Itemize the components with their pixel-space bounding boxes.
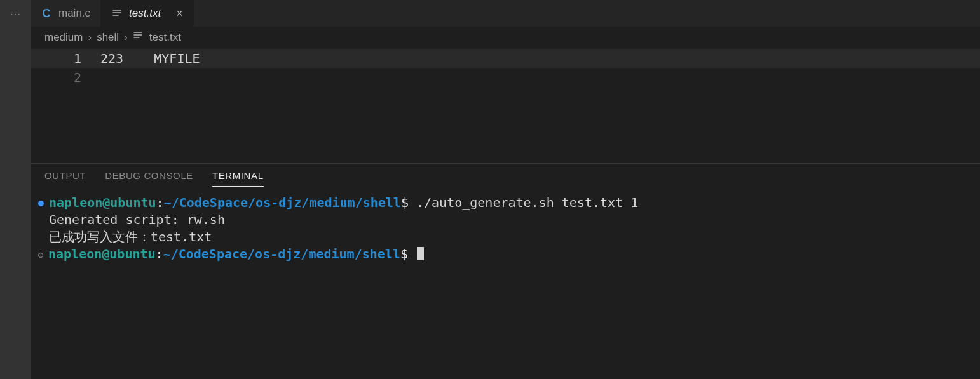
terminal-line: 已成功写入文件：test.txt (38, 229, 969, 246)
breadcrumb-file[interactable]: test.txt (149, 31, 181, 44)
tab-label: main.c (58, 7, 90, 20)
editor-line[interactable]: 1 223 MYFILE (31, 49, 980, 68)
tab-bar: C main.c test.txt × (31, 0, 980, 27)
breadcrumb-segment[interactable]: medium (44, 31, 83, 44)
panel-tab-output[interactable]: OUTPUT (44, 170, 86, 187)
text-file-icon (111, 8, 123, 18)
terminal-line: Generated script: rw.sh (38, 211, 969, 229)
modified-indicator-icon (38, 201, 44, 206)
tab-main-c[interactable]: C main.c (31, 0, 101, 27)
spacer (38, 218, 44, 223)
terminal-line: napleon@ubuntu:~/CodeSpace/os-djz/medium… (38, 194, 969, 211)
tab-label: test.txt (129, 7, 161, 20)
line-number: 1 (31, 51, 100, 66)
more-icon[interactable]: … (10, 5, 21, 18)
line-number: 2 (31, 70, 100, 85)
terminal-line: napleon@ubuntu:~/CodeSpace/os-djz/medium… (38, 246, 969, 263)
editor-empty-space[interactable] (31, 87, 980, 163)
chevron-right-icon: › (88, 31, 92, 44)
breadcrumb[interactable]: medium › shell › test.txt (31, 27, 980, 46)
panel-tab-terminal[interactable]: TERMINAL (212, 170, 264, 187)
terminal-text: 已成功写入文件：test.txt (49, 229, 212, 246)
terminal[interactable]: napleon@ubuntu:~/CodeSpace/os-djz/medium… (31, 187, 980, 379)
c-file-icon: C (41, 7, 52, 20)
tab-test-txt[interactable]: test.txt × (101, 0, 194, 27)
prompt-indicator-icon (38, 253, 43, 258)
panel: OUTPUT DEBUG CONSOLE TERMINAL napleon@ub… (31, 163, 980, 379)
editor-line[interactable]: 2 (31, 68, 980, 87)
text-file-icon (133, 30, 143, 44)
spacer (38, 235, 44, 241)
line-content[interactable]: 223 MYFILE (100, 51, 200, 66)
terminal-text: Generated script: rw.sh (49, 211, 225, 229)
terminal-text[interactable]: napleon@ubuntu:~/CodeSpace/os-djz/medium… (48, 246, 424, 263)
main-area: C main.c test.txt × medium › shell › tes… (31, 0, 980, 379)
breadcrumb-segment[interactable]: shell (97, 31, 119, 44)
panel-tabs: OUTPUT DEBUG CONSOLE TERMINAL (31, 164, 980, 187)
terminal-text: napleon@ubuntu:~/CodeSpace/os-djz/medium… (49, 194, 638, 211)
editor[interactable]: 1 223 MYFILE 2 (31, 46, 980, 87)
terminal-cursor (417, 247, 424, 260)
close-icon[interactable]: × (176, 7, 183, 20)
panel-tab-debug-console[interactable]: DEBUG CONSOLE (105, 170, 193, 187)
activity-bar: … (0, 0, 31, 379)
chevron-right-icon: › (124, 31, 128, 44)
